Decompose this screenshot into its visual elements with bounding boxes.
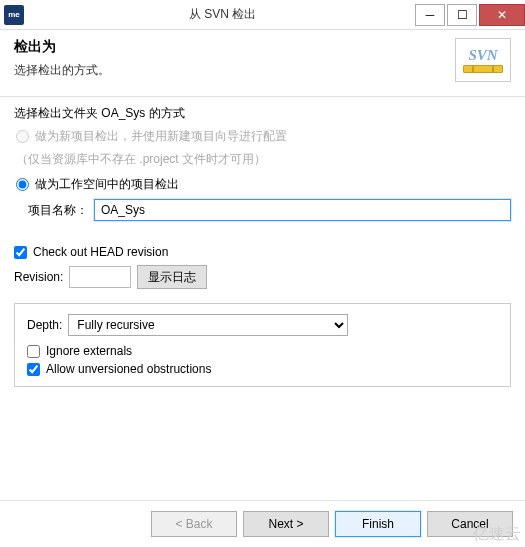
finish-button[interactable]: Finish [335, 511, 421, 537]
main-content: 选择检出文件夹 OA_Sys 的方式 做为新项目检出，并使用新建项目向导进行配置… [0, 97, 525, 407]
svn-logo-icon: SVN [455, 38, 511, 82]
radio-workspace-project[interactable]: 做为工作空间中的项目检出 [14, 176, 511, 193]
radio-workspace-project-label: 做为工作空间中的项目检出 [35, 176, 179, 193]
depth-row: Depth: Fully recursive [27, 314, 498, 336]
minimize-button[interactable]: ─ [415, 4, 445, 26]
project-name-input[interactable] [94, 199, 511, 221]
ignore-externals-checkbox[interactable] [27, 345, 40, 358]
app-icon: me [4, 5, 24, 25]
close-button[interactable]: ✕ [479, 4, 525, 26]
revision-input [69, 266, 131, 288]
cancel-button[interactable]: Cancel [427, 511, 513, 537]
project-name-label: 项目名称： [14, 202, 94, 219]
maximize-button[interactable]: ☐ [447, 4, 477, 26]
radio-new-project-input [16, 130, 29, 143]
project-name-row: 项目名称： [14, 199, 511, 221]
depth-select[interactable]: Fully recursive [68, 314, 348, 336]
radio-workspace-project-input[interactable] [16, 178, 29, 191]
depth-label: Depth: [27, 318, 62, 332]
header-panel: 检出为 选择检出的方式。 SVN [0, 30, 525, 97]
back-button: < Back [151, 511, 237, 537]
titlebar: me 从 SVN 检出 ─ ☐ ✕ [0, 0, 525, 30]
window-title: 从 SVN 检出 [30, 6, 415, 23]
section-prompt: 选择检出文件夹 OA_Sys 的方式 [14, 105, 511, 122]
checkout-head-row[interactable]: Check out HEAD revision [14, 245, 511, 259]
window-controls: ─ ☐ ✕ [415, 4, 525, 26]
ignore-externals-label: Ignore externals [46, 344, 132, 358]
radio-new-project-label: 做为新项目检出，并使用新建项目向导进行配置 [35, 128, 287, 145]
allow-unversioned-checkbox[interactable] [27, 363, 40, 376]
page-title: 检出为 [14, 38, 110, 56]
page-subtitle: 选择检出的方式。 [14, 62, 110, 79]
revision-row: Revision: 显示日志 [14, 265, 511, 289]
footer-buttons: < Back Next > Finish Cancel [0, 500, 525, 547]
next-button[interactable]: Next > [243, 511, 329, 537]
depth-group: Depth: Fully recursive Ignore externals … [14, 303, 511, 387]
ignore-externals-row[interactable]: Ignore externals [27, 344, 498, 358]
checkout-head-checkbox[interactable] [14, 246, 27, 259]
checkout-head-label: Check out HEAD revision [33, 245, 168, 259]
allow-unversioned-label: Allow unversioned obstructions [46, 362, 211, 376]
allow-unversioned-row[interactable]: Allow unversioned obstructions [27, 362, 498, 376]
revision-label: Revision: [14, 270, 63, 284]
radio-new-project-hint: （仅当资源库中不存在 .project 文件时才可用） [14, 151, 511, 168]
radio-new-project: 做为新项目检出，并使用新建项目向导进行配置 [14, 128, 511, 145]
show-log-button[interactable]: 显示日志 [137, 265, 207, 289]
